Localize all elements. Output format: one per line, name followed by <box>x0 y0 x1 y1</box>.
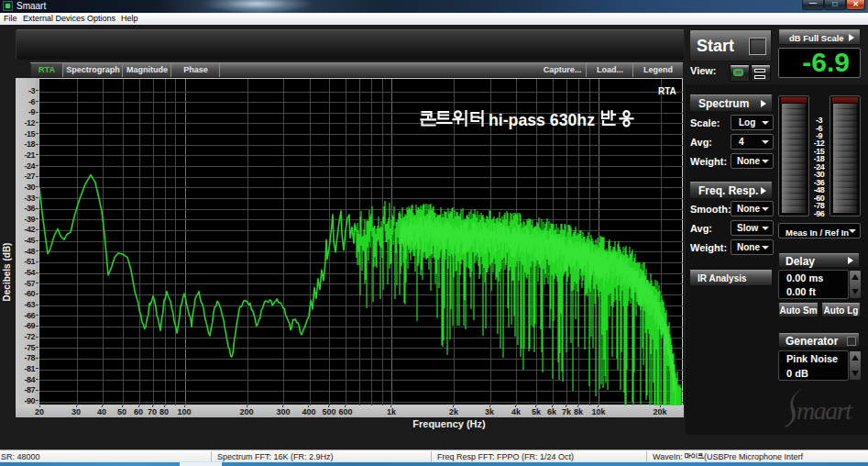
svg-text:RTA: RTA <box>658 86 676 96</box>
